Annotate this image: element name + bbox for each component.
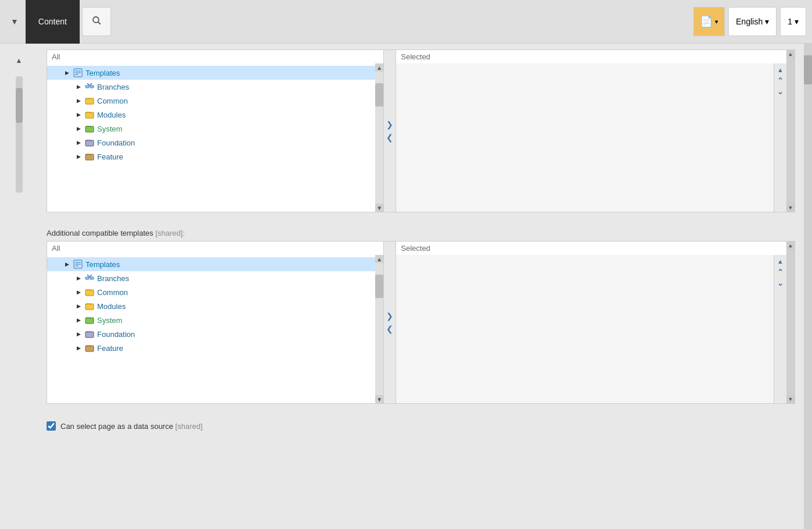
list-scroll-thumb-1	[375, 83, 383, 106]
chevron-down-button[interactable]: ▼	[6, 15, 23, 29]
outer-right-scroll-1: ▲ ▼	[786, 50, 795, 212]
tree-toggle-common-1[interactable]: ▶	[75, 97, 82, 104]
checkbox-section: Can select page as a data source [shared…	[47, 416, 795, 436]
tree-toggle-system-2[interactable]: ▶	[75, 317, 82, 324]
outer-right-scrollbar	[804, 44, 812, 529]
selected-controls-2: ▲ ⌃ ⌄	[774, 255, 786, 403]
selected-scroll-up-btn-1[interactable]: ▲	[775, 66, 786, 74]
tree-toggle-branches-1[interactable]: ▶	[75, 83, 82, 90]
transfer-box-1: All ▶ Templates	[47, 49, 795, 212]
tree-label-feature-2: Feature	[97, 344, 123, 353]
list-scroll-down-1[interactable]: ▼	[375, 204, 383, 212]
panel-section-2: All ▶ Templates	[47, 241, 795, 404]
svg-rect-6	[86, 86, 89, 88]
list-scroll-track-2	[375, 263, 383, 395]
tree-toggle-system-1[interactable]: ▶	[75, 125, 82, 132]
language-label: English	[736, 17, 763, 26]
tree-toggle-feature-1[interactable]: ▶	[75, 153, 82, 160]
tree-item-feature-2[interactable]: ▶ Feature	[47, 341, 375, 355]
list-scroll-down-2[interactable]: ▼	[375, 395, 383, 403]
outer-scroll-down-2[interactable]: ▼	[786, 395, 795, 403]
tree-toggle-foundation-1[interactable]: ▶	[75, 139, 82, 146]
search-button[interactable]	[82, 7, 111, 36]
modules-icon-1	[84, 109, 95, 120]
tree-item-templates-2[interactable]: ▶ Templates	[47, 257, 375, 271]
page-content: All ▶ Templates	[38, 44, 804, 529]
selected-move-down-btn-1[interactable]: ⌄	[775, 87, 786, 97]
tree-label-modules-1: Modules	[97, 111, 126, 119]
tree-item-common-2[interactable]: ▶ Common	[47, 285, 375, 299]
top-bar: ▼ Content 📄 ▾ English ▾ 1 ▾	[0, 0, 812, 44]
tree-label-foundation-1: Foundation	[97, 139, 135, 147]
svg-rect-18	[90, 277, 94, 279]
language-dropdown-button[interactable]: English ▾	[728, 7, 777, 36]
tree-toggle-templates-1[interactable]: ▶	[63, 69, 70, 76]
list-scroll-track-1	[375, 72, 383, 204]
tree-item-foundation-1[interactable]: ▶ Foundation	[47, 136, 375, 150]
transfer-right-button-1[interactable]: ❯	[384, 119, 396, 130]
tree-label-templates-2: Templates	[86, 260, 120, 269]
data-source-checkbox[interactable]	[47, 421, 56, 431]
svg-line-1	[98, 22, 101, 24]
selected-section-2: Selected ▲ ⌃ ⌄	[396, 242, 786, 403]
svg-rect-17	[86, 277, 89, 279]
modules-icon-2	[84, 301, 95, 311]
tree-item-feature-1[interactable]: ▶ Feature	[47, 150, 375, 164]
transfer-box-2: All ▶ Templates	[47, 241, 795, 404]
transfer-right-button-2[interactable]: ❯	[384, 311, 396, 321]
selected-move-up-btn-1[interactable]: ⌃	[775, 76, 786, 86]
tree-toggle-modules-1[interactable]: ▶	[75, 111, 82, 118]
selected-controls-1: ▲ ⌃ ⌄	[774, 63, 786, 212]
common-icon-1	[84, 95, 95, 106]
icon-dropdown-button[interactable]: 📄 ▾	[693, 7, 725, 36]
list-scrollbar-1: ▲ ▼	[375, 63, 383, 212]
tree-toggle-templates-2[interactable]: ▶	[63, 261, 70, 268]
all-tree-1: ▶ Templates ▶	[47, 63, 375, 212]
templates-icon-2	[73, 259, 83, 269]
selected-move-up-btn-2[interactable]: ⌃	[775, 267, 786, 277]
left-scroll-up-button[interactable]: ▲	[15, 55, 24, 66]
svg-point-0	[93, 17, 99, 23]
tree-toggle-foundation-2[interactable]: ▶	[75, 331, 82, 338]
tree-label-branches-1: Branches	[97, 83, 129, 91]
branches-icon-2	[84, 273, 95, 283]
outer-scroll-track-1	[786, 58, 795, 204]
icon-dropdown-arrow: ▾	[715, 18, 718, 26]
lang-chevron-icon: ▾	[765, 17, 769, 26]
tree-item-system-1[interactable]: ▶ System	[47, 122, 375, 136]
tree-item-templates-1[interactable]: ▶ Templates	[47, 66, 375, 80]
transfer-left-button-2[interactable]: ❮	[384, 324, 396, 334]
content-tab[interactable]: Content	[26, 0, 80, 44]
tree-item-foundation-2[interactable]: ▶ Foundation	[47, 327, 375, 341]
tree-item-modules-1[interactable]: ▶ Modules	[47, 108, 375, 122]
tree-item-branches-1[interactable]: ▶ Branches	[47, 80, 375, 94]
outer-right-scroll-2: ▲ ▼	[786, 242, 795, 403]
outer-scroll-up-1[interactable]: ▲	[786, 50, 795, 58]
list-scroll-thumb-2	[375, 275, 383, 298]
tree-item-common-1[interactable]: ▶ Common	[47, 94, 375, 108]
transfer-arrows-1: ❯ ❮	[383, 50, 396, 212]
all-label-2: All	[47, 242, 383, 255]
left-scrollbar-thumb	[16, 88, 23, 123]
selected-move-down-btn-2[interactable]: ⌄	[775, 278, 786, 288]
selected-tree-2	[396, 255, 774, 403]
tree-item-modules-2[interactable]: ▶ Modules	[47, 299, 375, 313]
number-dropdown-button[interactable]: 1 ▾	[780, 7, 806, 36]
list-scroll-up-1[interactable]: ▲	[375, 63, 383, 72]
transfer-arrows-2: ❯ ❮	[383, 242, 396, 403]
transfer-left-button-1[interactable]: ❮	[384, 132, 396, 143]
feature-icon-2	[84, 343, 95, 353]
selected-scroll-up-btn-2[interactable]: ▲	[775, 257, 786, 266]
outer-scroll-down-1[interactable]: ▼	[786, 204, 795, 212]
tree-toggle-modules-2[interactable]: ▶	[75, 303, 82, 310]
outer-scroll-up-2[interactable]: ▲	[786, 242, 795, 250]
tree-item-system-2[interactable]: ▶ System	[47, 313, 375, 327]
all-section-1: All ▶ Templates	[47, 50, 383, 212]
tree-toggle-branches-2[interactable]: ▶	[75, 275, 82, 282]
tree-toggle-feature-2[interactable]: ▶	[75, 345, 82, 352]
list-scroll-up-2[interactable]: ▲	[375, 255, 383, 263]
top-bar-right: 📄 ▾ English ▾ 1 ▾	[693, 7, 806, 36]
tree-toggle-common-2[interactable]: ▶	[75, 289, 82, 296]
selected-label-2: Selected	[396, 242, 786, 255]
tree-item-branches-2[interactable]: ▶ Branches	[47, 271, 375, 285]
